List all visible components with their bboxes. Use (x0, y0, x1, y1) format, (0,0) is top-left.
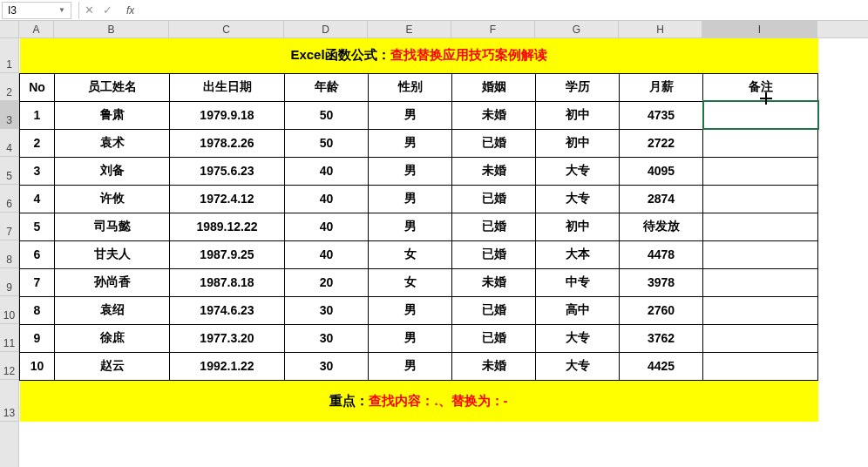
row-header-12[interactable]: 12 (0, 352, 18, 380)
cell-birth[interactable]: 1989.12.22 (170, 213, 285, 240)
cell-edu[interactable]: 中专 (536, 268, 620, 296)
cell-name[interactable]: 孙尚香 (55, 268, 170, 296)
cell-marriage[interactable]: 未婚 (452, 157, 536, 185)
row-header-5[interactable]: 5 (0, 157, 18, 185)
row-header-6[interactable]: 6 (0, 185, 18, 213)
row-header-9[interactable]: 9 (0, 268, 18, 296)
cell-salary[interactable]: 2722 (620, 129, 703, 157)
cell-marriage[interactable]: 未婚 (452, 352, 536, 380)
cell-edu[interactable]: 大专 (536, 157, 620, 185)
cell-edu[interactable]: 初中 (536, 129, 620, 157)
row-header-4[interactable]: 4 (0, 129, 18, 157)
cell-no[interactable]: 7 (20, 268, 55, 296)
cell-gender[interactable]: 男 (369, 296, 452, 324)
header-cell[interactable]: 学历 (536, 73, 620, 101)
cell-edu[interactable]: 初中 (536, 101, 620, 129)
cell-salary[interactable]: 待发放 (620, 213, 703, 240)
cell-note[interactable] (703, 268, 818, 296)
column-header-A[interactable]: A (19, 21, 54, 37)
cell-note[interactable] (703, 352, 818, 380)
cell-marriage[interactable]: 已婚 (452, 213, 536, 240)
row-header-10[interactable]: 10 (0, 296, 18, 324)
cell-gender[interactable]: 男 (369, 324, 452, 352)
select-all-corner[interactable] (0, 21, 19, 38)
cell-birth[interactable]: 1992.1.22 (170, 352, 285, 380)
cell-gender[interactable]: 男 (369, 157, 452, 185)
cell-salary[interactable]: 4735 (620, 101, 703, 129)
cell-age[interactable]: 40 (285, 213, 369, 240)
cell-name[interactable]: 鲁肃 (55, 101, 170, 129)
cell-age[interactable]: 30 (285, 352, 369, 380)
cell-birth[interactable]: 1975.6.23 (170, 157, 285, 185)
column-header-D[interactable]: D (284, 21, 368, 37)
header-cell[interactable]: 备注 (703, 73, 818, 101)
cell-name[interactable]: 许攸 (55, 185, 170, 213)
cell-birth[interactable]: 1978.2.26 (170, 129, 285, 157)
column-header-H[interactable]: H (619, 21, 702, 37)
cell-salary[interactable]: 2874 (620, 185, 703, 213)
cell-edu[interactable]: 大本 (536, 240, 620, 268)
cell-gender[interactable]: 男 (369, 101, 452, 129)
cell-age[interactable]: 30 (285, 324, 369, 352)
column-header-F[interactable]: F (451, 21, 535, 37)
header-cell[interactable]: 出生日期 (170, 73, 285, 101)
cancel-formula-icon[interactable]: ✕ (85, 3, 94, 17)
cell-marriage[interactable]: 已婚 (452, 240, 536, 268)
column-header-G[interactable]: G (535, 21, 619, 37)
fx-icon[interactable]: fx (126, 4, 134, 17)
cell-gender[interactable]: 男 (369, 213, 452, 240)
cell-marriage[interactable]: 已婚 (452, 296, 536, 324)
cell-note[interactable] (703, 324, 818, 352)
row-header-11[interactable]: 11 (0, 324, 18, 352)
grid-area[interactable]: Excel函数公式：查找替换应用技巧案例解读No员工姓名出生日期年龄性别婚姻学历… (19, 38, 868, 467)
cell-birth[interactable]: 1979.9.18 (170, 101, 285, 129)
cell-age[interactable]: 50 (285, 129, 369, 157)
cell-no[interactable]: 9 (20, 324, 55, 352)
cell-birth[interactable]: 1987.8.18 (170, 268, 285, 296)
cell-no[interactable]: 8 (20, 296, 55, 324)
cell-marriage[interactable]: 未婚 (452, 101, 536, 129)
cell-marriage[interactable]: 未婚 (452, 268, 536, 296)
column-header-I[interactable]: I (702, 21, 817, 37)
cell-marriage[interactable]: 已婚 (452, 129, 536, 157)
cell-age[interactable]: 20 (285, 268, 369, 296)
cell-note[interactable] (703, 296, 818, 324)
cell-name[interactable]: 司马懿 (55, 213, 170, 240)
cell-no[interactable]: 5 (20, 213, 55, 240)
cell-age[interactable]: 40 (285, 240, 369, 268)
cell-gender[interactable]: 女 (369, 268, 452, 296)
row-header-8[interactable]: 8 (0, 240, 18, 268)
cell-marriage[interactable]: 已婚 (452, 324, 536, 352)
cell-note[interactable] (703, 240, 818, 268)
header-cell[interactable]: 员工姓名 (55, 73, 170, 101)
cell-name[interactable]: 袁术 (55, 129, 170, 157)
confirm-formula-icon[interactable]: ✓ (103, 3, 112, 17)
header-cell[interactable]: 月薪 (620, 73, 703, 101)
cell-no[interactable]: 4 (20, 185, 55, 213)
column-header-E[interactable]: E (368, 21, 451, 37)
cell-gender[interactable]: 男 (369, 185, 452, 213)
cell-age[interactable]: 50 (285, 101, 369, 129)
name-box[interactable]: I3 ▼ (2, 2, 71, 19)
cell-edu[interactable]: 大专 (536, 324, 620, 352)
cell-birth[interactable]: 1972.4.12 (170, 185, 285, 213)
cell-salary[interactable]: 4478 (620, 240, 703, 268)
cell-salary[interactable]: 3762 (620, 324, 703, 352)
column-header-B[interactable]: B (54, 21, 169, 37)
cell-birth[interactable]: 1987.9.25 (170, 240, 285, 268)
row-header-13[interactable]: 13 (0, 380, 18, 422)
cell-note[interactable] (703, 157, 818, 185)
cell-no[interactable]: 1 (20, 101, 55, 129)
cell-salary[interactable]: 4095 (620, 157, 703, 185)
row-header-1[interactable]: 1 (0, 38, 18, 73)
cell-age[interactable]: 40 (285, 185, 369, 213)
name-box-dropdown-icon[interactable]: ▼ (58, 6, 65, 14)
cell-birth[interactable]: 1977.3.20 (170, 324, 285, 352)
cell-gender[interactable]: 男 (369, 352, 452, 380)
cell-birth[interactable]: 1974.6.23 (170, 296, 285, 324)
header-cell[interactable]: 性别 (369, 73, 452, 101)
cell-note[interactable] (703, 129, 818, 157)
row-header-7[interactable]: 7 (0, 213, 18, 240)
cell-note[interactable] (703, 213, 818, 240)
formula-input[interactable] (134, 2, 868, 19)
